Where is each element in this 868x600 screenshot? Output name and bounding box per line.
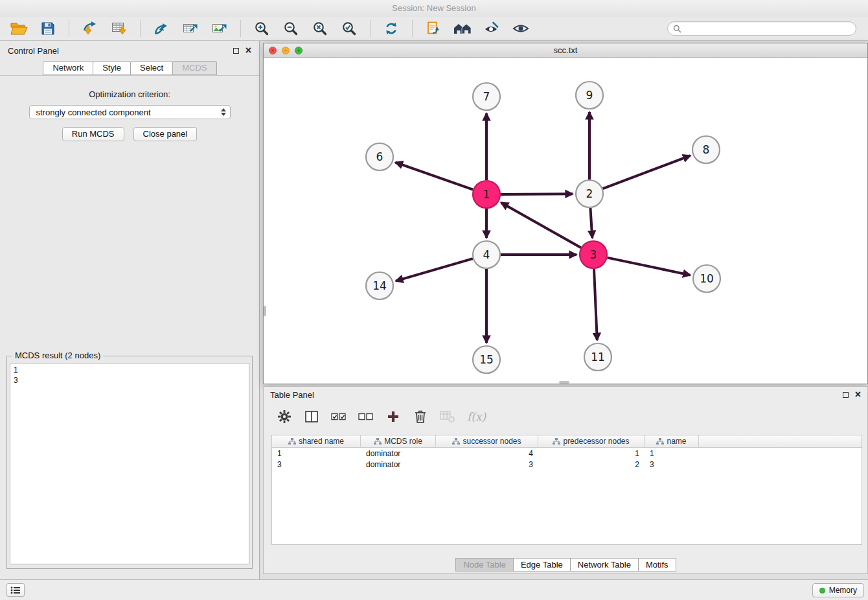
memory-button[interactable]: Memory <box>812 583 864 597</box>
column-header-successor-nodes[interactable]: successor nodes <box>436 435 538 447</box>
mcds-result-list[interactable]: 1 3 <box>10 363 249 564</box>
list-icon <box>10 586 21 594</box>
graph-edge-3-10[interactable] <box>608 258 691 275</box>
table-row[interactable]: 1 dominator 4 1 1 <box>272 448 862 459</box>
tab-style[interactable]: Style <box>93 61 131 75</box>
zoom-in-button[interactable] <box>251 18 273 39</box>
graph-edge-4-14[interactable] <box>396 259 473 281</box>
table-tabs: Node Table Edge Table Network Table Moti… <box>264 558 867 571</box>
table-panel: Table Panel × <box>263 386 868 574</box>
column-header-name[interactable]: name <box>645 435 699 447</box>
function-builder-button[interactable]: f(x) <box>467 408 486 425</box>
zoom-selected-button[interactable] <box>338 18 360 39</box>
network-graph[interactable]: 7968124314101511 <box>264 58 867 384</box>
zoom-out-button[interactable] <box>280 18 302 39</box>
sort-icon <box>656 438 664 445</box>
open-document-share-button[interactable] <box>422 18 444 39</box>
status-bar: Memory <box>0 579 868 600</box>
network-canvas[interactable]: 7968124314101511 <box>264 58 867 384</box>
graph-node-3[interactable]: 3 <box>580 241 607 268</box>
window-title: Session: New Session <box>392 3 475 13</box>
criterion-dropdown[interactable]: strongly connected component <box>29 105 231 119</box>
import-table-file-button[interactable] <box>108 18 130 39</box>
svg-text:15: 15 <box>479 353 494 366</box>
network-window-title: scc.txt <box>264 43 867 58</box>
delete-row-button[interactable] <box>413 408 428 425</box>
graph-edge-3-1[interactable] <box>501 203 581 248</box>
tab-node-table[interactable]: Node Table <box>455 558 514 571</box>
float-table-panel-icon[interactable] <box>843 392 849 398</box>
sort-icon <box>288 438 296 445</box>
tab-network-table[interactable]: Network Table <box>570 558 639 571</box>
graph-node-6[interactable]: 6 <box>366 143 393 170</box>
graph-node-15[interactable]: 15 <box>473 346 500 373</box>
delete-table-button[interactable] <box>440 408 455 425</box>
column-header-shared-name[interactable]: shared name <box>272 435 361 447</box>
graph-edge-1-6[interactable] <box>396 163 474 190</box>
graph-edge-2-3[interactable] <box>590 208 592 238</box>
home-button[interactable] <box>451 18 474 39</box>
cell-name: 3 <box>645 460 699 469</box>
table-row[interactable]: 3 dominator 3 2 3 <box>272 459 862 470</box>
graph-node-10[interactable]: 10 <box>693 265 720 292</box>
graph-node-8[interactable]: 8 <box>692 136 720 163</box>
tab-mcds[interactable]: MCDS <box>172 61 216 75</box>
apply-style-button[interactable] <box>481 18 503 39</box>
toggle-panel-button[interactable] <box>6 583 25 597</box>
show-columns-button[interactable] <box>304 408 319 425</box>
svg-text:4: 4 <box>483 248 490 261</box>
minimize-window-button[interactable]: − <box>282 47 290 54</box>
graph-edge-3-11[interactable] <box>594 269 597 340</box>
network-desktop: scc.txt × − + 7968124314101511 Table Pan… <box>260 41 868 579</box>
horizontal-scroll-nub[interactable] <box>559 381 569 384</box>
vertical-scroll-nub[interactable] <box>264 306 266 316</box>
network-window-titlebar[interactable]: scc.txt × − + <box>264 43 867 58</box>
criterion-dropdown-value: strongly connected component <box>36 108 151 117</box>
refresh-view-button[interactable] <box>380 18 402 39</box>
search-box[interactable] <box>667 21 856 36</box>
search-input[interactable] <box>685 24 851 33</box>
show-graphics-button[interactable] <box>510 18 532 39</box>
sort-icon <box>452 438 460 445</box>
fx-icon: f(x) <box>467 410 486 423</box>
float-panel-icon[interactable] <box>233 48 239 54</box>
unselect-all-columns-button[interactable] <box>358 408 374 425</box>
close-panel-icon[interactable]: × <box>246 47 251 54</box>
tab-motifs[interactable]: Motifs <box>638 558 676 571</box>
tab-select[interactable]: Select <box>130 61 173 75</box>
graph-node-9[interactable]: 9 <box>576 82 603 109</box>
graph-node-11[interactable]: 11 <box>584 343 611 371</box>
network-arrows-icon <box>153 21 170 36</box>
zoom-fit-button[interactable] <box>309 18 331 39</box>
graph-node-7[interactable]: 7 <box>473 83 500 110</box>
table-settings-button[interactable] <box>277 408 292 425</box>
graph-edge-2-8[interactable] <box>603 156 691 189</box>
export-image-button[interactable] <box>209 18 231 39</box>
graph-node-1[interactable]: 1 <box>473 181 500 208</box>
select-all-columns-button[interactable] <box>331 408 347 425</box>
cell-shared-name: 1 <box>272 449 361 458</box>
graph-node-4[interactable]: 4 <box>473 241 500 268</box>
close-panel-button[interactable]: Close panel <box>133 127 198 141</box>
network-share-button[interactable] <box>150 18 172 39</box>
close-window-button[interactable]: × <box>269 47 277 54</box>
tab-edge-table[interactable]: Edge Table <box>513 558 571 571</box>
close-table-panel-icon[interactable]: × <box>855 391 861 398</box>
column-header-predecessor-nodes[interactable]: predecessor nodes <box>538 435 645 447</box>
run-mcds-button[interactable]: Run MCDS <box>62 127 124 141</box>
open-session-button[interactable] <box>8 18 30 39</box>
add-row-button[interactable] <box>385 408 401 425</box>
export-table-button[interactable] <box>179 18 201 39</box>
maximize-window-button[interactable]: + <box>295 47 303 54</box>
import-network-file-button[interactable] <box>79 18 101 39</box>
node-table: shared name MCDS role successor nodes pr… <box>271 435 862 545</box>
tab-network[interactable]: Network <box>43 61 93 75</box>
cell-mcds-role: dominator <box>361 460 436 469</box>
graph-node-14[interactable]: 14 <box>366 272 393 299</box>
save-session-button[interactable] <box>37 18 59 39</box>
window-titlebar[interactable]: Session: New Session <box>0 0 868 17</box>
column-header-mcds-role[interactable]: MCDS role <box>361 435 436 447</box>
graph-node-2[interactable]: 2 <box>576 180 603 207</box>
graph-edge-1-2[interactable] <box>501 194 573 194</box>
zoom-selected-icon <box>341 21 357 36</box>
